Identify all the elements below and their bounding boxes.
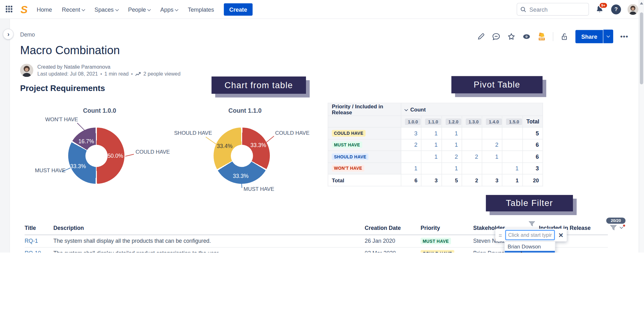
- close-icon[interactable]: ✕: [558, 232, 564, 238]
- user-avatar[interactable]: [628, 4, 638, 14]
- search-input[interactable]: [529, 6, 577, 13]
- slice-pct-label: 33.3%: [233, 173, 248, 179]
- nav-item-spaces[interactable]: Spaces: [94, 6, 118, 13]
- pivot-column-total-cell: 3: [482, 174, 502, 186]
- sidebar-expand-button[interactable]: ›: [3, 29, 14, 39]
- pivot-value-cell: [482, 127, 502, 139]
- avatar-photo: [628, 4, 638, 14]
- pivot-data-row: SHOULD HAVE12216: [328, 151, 543, 162]
- pivot-column-total-cell: 6: [401, 174, 421, 186]
- release-pill: 1.5.0: [506, 118, 522, 125]
- slice-name-label: MUST HAVE: [35, 168, 66, 174]
- stakeholder-filter-funnel-icon[interactable]: [529, 221, 535, 227]
- slice-name-label: SHOULD HAVE: [174, 130, 212, 136]
- nav-item-templates[interactable]: Templates: [188, 6, 214, 13]
- dot-separator: •: [100, 71, 102, 77]
- chart-title-0: Count 1.0.0: [71, 107, 128, 114]
- pivot-release-column-header[interactable]: 1.5.0: [502, 116, 522, 128]
- sidebar-rail: [0, 19, 10, 253]
- slice-name-label: COULD HAVE: [136, 149, 170, 155]
- scroll-up-arrow[interactable]: [640, 2, 643, 5]
- star-icon[interactable]: [507, 32, 515, 41]
- cell-priority: MUST HAVE: [420, 238, 451, 244]
- chevron-down-icon: [175, 8, 178, 11]
- unlock-icon[interactable]: [560, 32, 569, 41]
- breadcrumb[interactable]: Demo: [20, 32, 35, 38]
- macro-new-icon[interactable]: NEW: [538, 32, 546, 41]
- people-viewed-text[interactable]: 2 people viewed: [143, 71, 180, 77]
- created-by-text[interactable]: Created by Natalie Paramonova: [37, 64, 180, 70]
- filter-option[interactable]: Jill Anderson: [505, 251, 555, 253]
- column-header-description[interactable]: Description: [53, 225, 84, 231]
- share-button[interactable]: Share: [575, 30, 603, 43]
- filter-operator[interactable]: =: [499, 232, 502, 238]
- vertical-scrollbar-thumb[interactable]: [640, 12, 643, 84]
- column-header-priority[interactable]: Priority: [420, 225, 440, 231]
- pivot-row-total-cell: 5: [523, 127, 543, 139]
- comment-icon[interactable]: [492, 32, 500, 41]
- pivot-release-column-header[interactable]: 1.4.0: [482, 116, 502, 128]
- share-dropdown-button[interactable]: [603, 30, 613, 43]
- brand-logo[interactable]: S: [20, 4, 28, 14]
- slice-pct-label: 33.3%: [70, 163, 86, 169]
- nav-item-recent[interactable]: Recent: [62, 6, 85, 13]
- chart-title-1: Count 1.1.0: [217, 107, 273, 114]
- priority-lozenge: COULD HAVE: [420, 250, 454, 253]
- cell-priority: COULD HAVE: [420, 250, 454, 253]
- pivot-value-cell: 2: [482, 139, 502, 151]
- release-pill: 1.1.0: [425, 118, 441, 125]
- cell-title[interactable]: RQ-10: [25, 250, 41, 253]
- pivot-value-cell: [421, 162, 441, 174]
- column-header-creation-date[interactable]: Creation Date: [365, 225, 401, 231]
- filter-options-chevron-icon[interactable]: [620, 225, 623, 229]
- last-updated-text[interactable]: Last updated: Jul 08, 2021: [37, 71, 98, 77]
- donut-hole: [230, 145, 253, 167]
- pivot-release-column-header[interactable]: 1.1.0: [421, 116, 441, 128]
- watch-eye-icon[interactable]: [523, 32, 531, 41]
- pivot-data-row: MUST HAVE21126: [328, 139, 543, 151]
- release-pill: 1.2.0: [446, 118, 461, 125]
- pivot-total-label: Total: [328, 174, 401, 186]
- pivot-table: Priority / Included in ReleaseCount1.0.0…: [328, 103, 543, 186]
- chevron-down-icon: [147, 8, 151, 11]
- notifications-button[interactable]: 9+: [596, 5, 605, 14]
- table-filter-funnel-icon[interactable]: [610, 225, 617, 231]
- pivot-value-cell: 3: [401, 127, 421, 139]
- filter-match-count-badge: 20/20: [606, 218, 625, 224]
- nav-item-home[interactable]: Home: [37, 6, 52, 13]
- pivot-column-total-cell: 5: [441, 174, 462, 186]
- nav-item-people[interactable]: People: [128, 6, 150, 13]
- slice-pct-label: 33.4%: [217, 143, 232, 149]
- edit-icon[interactable]: [477, 32, 485, 41]
- top-nav: S HomeRecentSpacesPeopleAppsTemplates Cr…: [0, 0, 644, 19]
- pivot-release-column-header[interactable]: 1.0.0: [401, 116, 421, 128]
- search-box[interactable]: [517, 3, 589, 15]
- banner-chart-from-table: Chart from table: [212, 77, 306, 94]
- banner-table-filter: Table Filter: [486, 195, 573, 211]
- pivot-release-column-header[interactable]: 1.3.0: [462, 116, 482, 128]
- svg-text:NEW: NEW: [540, 38, 545, 40]
- pivot-empty-cell: [328, 116, 401, 128]
- column-header-title[interactable]: Title: [25, 225, 36, 231]
- help-button[interactable]: ?: [611, 4, 621, 14]
- pivot-data-row: WON'T HAVE1113: [328, 162, 543, 174]
- donut-charts-region: Count 1.0.050.0%COULD HAVE33.3%MUST HAVE…: [25, 105, 345, 202]
- pivot-value-cell: [502, 151, 522, 162]
- pivot-value-cell: 1: [421, 127, 441, 139]
- pivot-measure-cell[interactable]: Count: [401, 103, 543, 116]
- more-actions-button[interactable]: •••: [620, 33, 628, 40]
- filter-option[interactable]: Brian Dowson: [505, 243, 555, 251]
- create-button[interactable]: Create: [224, 3, 253, 15]
- priority-lozenge: MUST HAVE: [332, 142, 362, 148]
- pivot-release-column-header[interactable]: 1.2.0: [441, 116, 462, 128]
- pivot-row-label: SHOULD HAVE: [328, 151, 401, 162]
- author-avatar[interactable]: [20, 64, 33, 77]
- pivot-value-cell: 2: [462, 151, 482, 162]
- app-switcher-icon[interactable]: [6, 6, 13, 13]
- cell-title[interactable]: RQ-1: [25, 238, 38, 244]
- read-time-text: 1 min read: [104, 71, 129, 77]
- filter-typeahead-input[interactable]: [505, 230, 555, 240]
- pivot-row-total-cell: 6: [523, 151, 543, 162]
- priority-lozenge: COULD HAVE: [332, 130, 365, 136]
- nav-item-apps[interactable]: Apps: [160, 6, 178, 13]
